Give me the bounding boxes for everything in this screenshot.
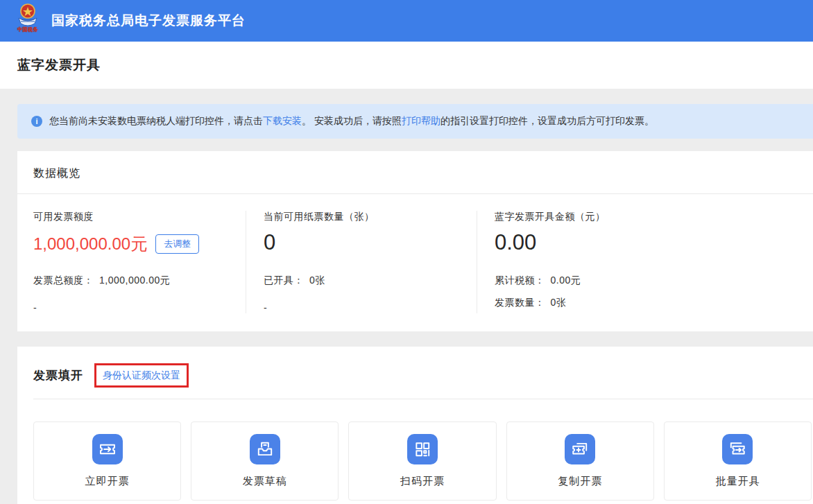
- tax-total-row: 累计税额：0.00元: [495, 275, 813, 287]
- page-title: 蓝字发票开具: [17, 56, 101, 74]
- paper-count-value: 0: [264, 229, 477, 257]
- stats-row: 可用发票额度 1,000,000.00元 去调整 发票总额度：1,000,000…: [17, 194, 813, 331]
- banner-text-2: 。 安装成功后，请按照: [302, 115, 402, 128]
- banner-text-3: 的指引设置打印控件，设置成功后方可打印发票。: [440, 115, 654, 128]
- blue-amount-value: 0.00: [495, 229, 813, 257]
- paper-placeholder: -: [264, 302, 477, 313]
- fill-section-title: 发票填开: [33, 367, 83, 383]
- app-title: 国家税务总局电子发票服务平台: [51, 12, 246, 30]
- banner-text-1: 您当前尚未安装数电票纳税人端打印控件，请点击: [49, 115, 263, 128]
- action-card-scan-invoicing[interactable]: 扫码开票: [348, 422, 496, 501]
- tax-bureau-logo: 中国税务: [12, 3, 43, 39]
- invoice-fill-card: 发票填开 身份认证频次设置 立即开票: [17, 347, 813, 504]
- action-card-batch-issuing[interactable]: 批量开具: [664, 422, 812, 501]
- quota-value-row: 1,000,000.00元 去调整: [33, 232, 246, 257]
- ticket-arrow-icon: [92, 434, 123, 464]
- red-highlight-box: 身份认证频次设置: [94, 363, 189, 388]
- invoice-count-label: 发票数量：: [495, 297, 545, 308]
- print-control-banner: i 您当前尚未安装数电票纳税人端打印控件，请点击下载安装。 安装成功后，请按照打…: [17, 104, 813, 139]
- action-label: 复制开票: [558, 475, 602, 488]
- copy-ticket-icon: [565, 434, 595, 464]
- app-header: 中国税务 国家税务总局电子发票服务平台: [0, 0, 813, 42]
- action-label: 扫码开票: [400, 475, 445, 488]
- fill-divider: [33, 399, 813, 399]
- issued-row: 已开具：0张: [264, 275, 477, 287]
- total-quota-value: 1,000,000.00元: [99, 275, 170, 286]
- total-quota-label: 发票总额度：: [33, 275, 94, 286]
- qr-code-icon: [407, 434, 438, 464]
- invoice-count-row: 发票数量：0张: [495, 297, 813, 309]
- draft-tray-icon: [250, 434, 280, 464]
- download-install-link[interactable]: 下载安装: [263, 115, 302, 128]
- tax-total-value: 0.00元: [551, 275, 581, 286]
- tax-total-label: 累计税额：: [495, 275, 545, 286]
- blue-amount-label: 蓝字发票开具金额（元）: [495, 211, 813, 223]
- data-overview-card: 数据概览 可用发票额度 1,000,000.00元 去调整 发票总额度：1,00…: [17, 151, 813, 331]
- issued-label: 已开具：: [264, 275, 304, 286]
- title-bar: 蓝字发票开具: [0, 42, 813, 89]
- main-content: i 您当前尚未安装数电票纳税人端打印控件，请点击下载安装。 安装成功后，请按照打…: [0, 89, 813, 504]
- action-label: 发票草稿: [243, 475, 287, 488]
- identity-auth-frequency-link[interactable]: 身份认证频次设置: [103, 370, 180, 381]
- paper-label: 当前可用纸票数量（张）: [264, 211, 477, 223]
- fill-title-row: 发票填开 身份认证频次设置: [33, 363, 812, 388]
- action-card-copy-invoicing[interactable]: 复制开票: [506, 422, 654, 501]
- stat-col-paper: 当前可用纸票数量（张） 0 已开具：0张 -: [246, 211, 477, 313]
- national-emblem-icon: [15, 3, 40, 28]
- action-card-invoice-draft[interactable]: 发票草稿: [191, 422, 339, 501]
- logo-caption: 中国税务: [17, 26, 38, 34]
- action-label: 立即开票: [85, 475, 130, 488]
- invoice-count-value: 0张: [551, 297, 567, 308]
- quota-label: 可用发票额度: [33, 211, 246, 223]
- quota-placeholder: -: [33, 302, 246, 313]
- quota-value: 1,000,000.00元: [33, 233, 147, 255]
- actions-row: 立即开票 发票草稿: [33, 422, 812, 501]
- overview-section-title: 数据概览: [17, 166, 813, 181]
- info-icon: i: [31, 116, 42, 127]
- total-quota-row: 发票总额度：1,000,000.00元: [33, 275, 246, 287]
- adjust-quota-button[interactable]: 去调整: [155, 234, 199, 254]
- action-card-immediate-invoicing[interactable]: 立即开票: [33, 422, 181, 501]
- stat-col-blue-amount: 蓝字发票开具金额（元） 0.00 累计税额：0.00元 发票数量：0张: [477, 211, 813, 313]
- issued-value: 0张: [309, 275, 325, 286]
- stat-col-quota: 可用发票额度 1,000,000.00元 去调整 发票总额度：1,000,000…: [17, 211, 246, 313]
- print-help-link[interactable]: 打印帮助: [402, 115, 440, 128]
- batch-ticket-icon: [722, 434, 753, 464]
- action-label: 批量开具: [715, 475, 760, 488]
